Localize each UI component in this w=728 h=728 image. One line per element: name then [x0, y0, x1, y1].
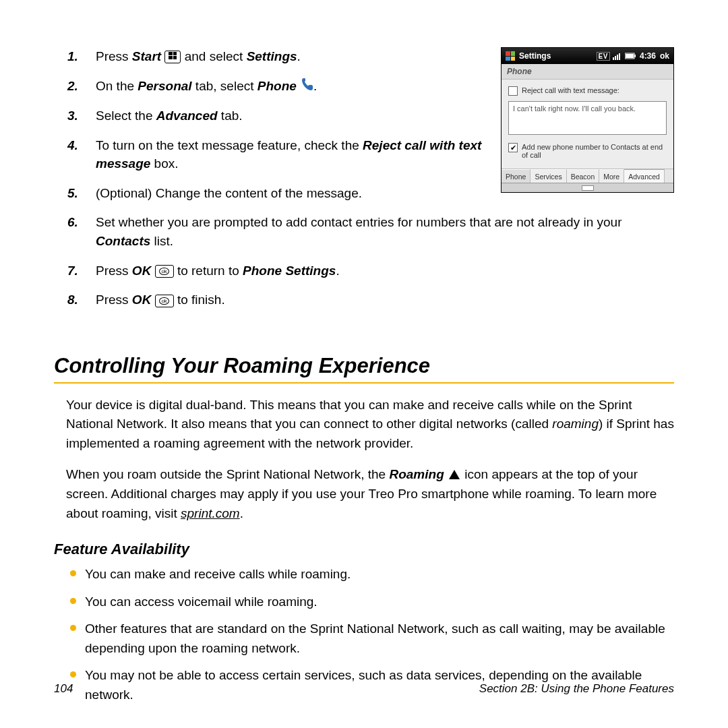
page-footer: 104 Section 2B: Using the Phone Features: [54, 682, 674, 696]
step-3-text-c: tab.: [218, 109, 243, 123]
step-7-text-a: Press: [96, 264, 132, 278]
step-8-text-a: Press: [96, 293, 132, 307]
step-7-text-c: to return to: [177, 264, 243, 278]
step-1-text-a: Press: [96, 49, 132, 63]
p1a: Your device is digital dual-band. This m…: [66, 398, 632, 431]
step-7-phone-settings: Phone Settings: [243, 264, 336, 278]
p2b: Roaming: [389, 467, 444, 481]
step-4: To turn on the text message feature, che…: [67, 136, 674, 173]
step-8-text-c: to finish.: [177, 293, 225, 307]
phone-icon: [301, 78, 313, 96]
p1b: roaming: [552, 417, 599, 431]
step-2-text-a: On the: [96, 79, 138, 93]
step-3-advanced: Advanced: [156, 109, 218, 123]
roaming-para-1: Your device is digital dual-band. This m…: [66, 396, 674, 454]
step-4-text-c: box.: [150, 156, 178, 171]
step-8: Press OK ok to finish.: [67, 291, 674, 309]
step-1-start: Start: [132, 49, 161, 63]
step-6-contacts: Contacts: [96, 234, 150, 248]
step-2-text-c: tab, select: [192, 79, 257, 93]
step-2-text-e: .: [313, 79, 317, 93]
step-2-phone: Phone: [257, 79, 297, 93]
step-4-text-a: To turn on the text message feature, che…: [96, 138, 363, 152]
step-5-text: (Optional) Change the content of the mes…: [96, 186, 362, 200]
step-3-text-a: Select the: [96, 109, 156, 123]
ok-button-icon: ok: [155, 265, 174, 278]
feature-1: You can make and receive calls while roa…: [66, 565, 674, 584]
step-1-text-c: and select: [185, 49, 247, 63]
step-8-ok: OK: [132, 293, 152, 307]
ok-button-icon-2: ok: [155, 295, 174, 307]
step-6-text-a: Set whether you are prompted to add cont…: [96, 215, 622, 229]
page-number: 104: [54, 682, 73, 696]
step-7-ok: OK: [132, 264, 152, 278]
svg-marker-7: [449, 470, 460, 479]
feature-2: You can access voicemail while roaming.: [66, 593, 674, 612]
section-label: Section 2B: Using the Phone Features: [479, 682, 674, 696]
step-5: (Optional) Change the content of the mes…: [67, 184, 674, 203]
step-1-text-e: .: [297, 49, 301, 63]
p2a: When you roam outside the Sprint Nationa…: [66, 467, 389, 481]
step-2-personal: Personal: [138, 79, 191, 93]
step-3: Select the Advanced tab.: [67, 107, 674, 125]
step-1: Press Start and select Settings.: [67, 47, 674, 66]
p2e: .: [240, 506, 243, 520]
step-1-settings: Settings: [247, 49, 297, 63]
step-6: Set whether you are prompted to add cont…: [67, 213, 674, 250]
step-7-text-e: .: [336, 264, 339, 278]
roaming-triangle-icon: [449, 466, 460, 485]
roaming-heading: Controlling Your Roaming Experience: [54, 354, 674, 384]
start-button-icon: [164, 51, 181, 63]
sprint-link[interactable]: sprint.com: [181, 506, 240, 520]
roaming-para-2: When you roam outside the Sprint Nationa…: [66, 465, 674, 523]
step-7: Press OK ok to return to Phone Settings.: [67, 262, 674, 280]
step-2: On the Personal tab, select Phone .: [67, 77, 674, 96]
feature-3: Other features that are standard on the …: [66, 619, 674, 658]
step-6-text-c: list.: [150, 234, 173, 248]
feature-heading: Feature Availability: [54, 541, 674, 558]
